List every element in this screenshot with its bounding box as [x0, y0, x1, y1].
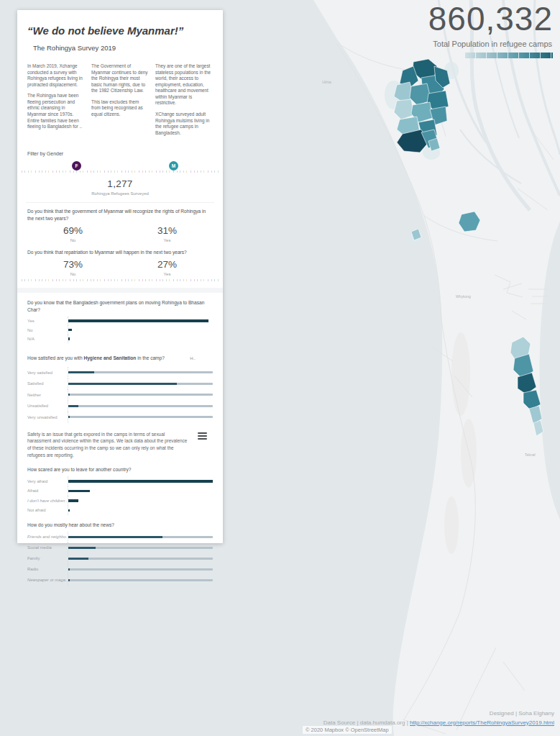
bar-track [68, 579, 213, 581]
bar-label: Satisfied [27, 381, 68, 386]
question-scared: How scared are you to leave for another … [27, 466, 213, 473]
bar-label: Yes [27, 319, 68, 323]
map-place-label: Ukhia [322, 80, 331, 84]
map-kpi-block: 860,332 Total Population in refugee camp… [428, 1, 553, 58]
bar[interactable] [68, 509, 70, 512]
dashboard-subtitle: The Rohingya Survey 2019 [33, 44, 214, 52]
bar[interactable] [68, 568, 70, 571]
satisfaction-chart: Very satisfied Satisfied Neither Unsatis… [27, 367, 213, 423]
female-filter-button[interactable]: F [72, 161, 81, 171]
bhasan-char-chart: Yes No N/A [27, 317, 213, 344]
bar[interactable] [68, 416, 70, 418]
question-satisfaction: How satisfied are you with Hygiene and S… [27, 355, 165, 362]
parameter-dropdown[interactable]: H.. [190, 356, 196, 360]
bar[interactable] [68, 337, 70, 340]
question-news: How do you mostly hear about the news? [27, 522, 213, 529]
bar[interactable] [68, 329, 72, 332]
repatriation-kpis: 73% No 27% Yes [26, 259, 214, 276]
bar[interactable] [68, 499, 78, 502]
kpi-value: 73% [26, 259, 120, 270]
map-attribution[interactable]: © 2020 Mapbox © OpenStreetMap [303, 726, 392, 734]
respondents-label: Rohingya Refugees Surveyed [26, 191, 214, 196]
bar[interactable] [68, 394, 70, 396]
kpi-label: Yes [120, 238, 214, 242]
gender-filter: F M [26, 161, 214, 176]
menu-icon[interactable] [198, 432, 207, 441]
intro-paragraph: The Rohingya have been fleeing persecuti… [27, 93, 85, 130]
map-place-label: Whykong [456, 294, 471, 299]
bar[interactable] [68, 558, 88, 560]
total-population-value: 860,332 [428, 1, 553, 37]
kpi-label: No [26, 238, 120, 242]
bar[interactable] [68, 579, 70, 581]
respondents-count: 1,277 [26, 178, 214, 189]
news-chart: Friends and neighbo.. Social media Famil… [27, 532, 213, 586]
bar-label: Unsatisfied [27, 404, 68, 408]
bar-label: Very unsatisfied [27, 415, 68, 419]
section-divider [17, 288, 223, 293]
male-filter-button[interactable]: M [169, 161, 178, 171]
bar-label: Friends and neighbo.. [27, 535, 68, 539]
jitter-strip-row [22, 278, 219, 282]
population-legend-title: Total Population in refugee camps [428, 40, 552, 48]
bar[interactable] [68, 371, 94, 373]
bar[interactable] [68, 405, 78, 407]
bar-label: Radio [27, 567, 68, 571]
scared-chart: Very afraid Afraid I don't have children… [27, 476, 213, 515]
bar[interactable] [68, 319, 208, 322]
question-recognize-rights: Do you think that the government of Myan… [27, 208, 213, 222]
bar-label: Very afraid [27, 479, 68, 483]
intro-paragraph: XChange surveyed adult Rohingya mulsims … [155, 112, 213, 136]
gender-jitter-strip[interactable] [22, 171, 219, 173]
bar-label: N/A [27, 337, 68, 341]
kpi-label: Yes [120, 272, 214, 276]
question-repatriation: Do you think that repatriation to Myanma… [27, 249, 213, 256]
bar[interactable] [68, 383, 177, 385]
intro-paragraph: In March 2019, Xchange conducted a surve… [27, 63, 85, 88]
map-place-label: Teknaf [525, 453, 536, 457]
intro-paragraph: This law excludes them from being recogn… [91, 99, 149, 118]
bar-label: No [27, 328, 68, 332]
bar-label: Neither [27, 393, 68, 397]
bar-label: I don't have children .. [27, 499, 68, 503]
dashboard-title: “We do not believe Myanmar!” [27, 24, 214, 37]
bar-track [68, 416, 213, 418]
kpi-value: 31% [120, 225, 214, 236]
bar-track [68, 394, 213, 396]
intro-text: In March 2019, Xchange conducted a surve… [27, 63, 213, 141]
bar-track [68, 405, 213, 407]
kpi-label: No [26, 272, 120, 276]
data-source-text: Data Source | data.humdata.org | [323, 719, 410, 726]
question-bhasan-char: Do you know that the Bangladesh governme… [27, 299, 213, 314]
recognize-rights-kpis: 69% No 31% Yes [26, 225, 214, 242]
bar-label: Newspaper or maga.. [27, 578, 68, 582]
bar-label: Social media [27, 545, 68, 550]
footer-credits: Designed | Soha Elghany Data Source | da… [323, 709, 554, 727]
bar[interactable] [68, 536, 162, 538]
intro-paragraph: The Government of Myanmar continues to d… [91, 63, 149, 94]
bar-track [68, 558, 213, 560]
bar-label: Not afraid [27, 508, 68, 512]
safety-note: Safety is an issue that gets expored in … [27, 431, 190, 458]
survey-jitter-strip[interactable] [22, 279, 219, 281]
bar[interactable] [68, 547, 96, 549]
designer-credit: Designed | Soha Elghany [323, 709, 554, 718]
bar-label: Family [27, 556, 68, 560]
survey-card: “We do not believe Myanmar!” The Rohingy… [17, 10, 223, 543]
gender-filter-label: Filter by Gender [27, 151, 213, 156]
source-link[interactable]: http://xchange.org/reports/TheRohingyaSu… [410, 719, 554, 726]
bar[interactable] [68, 480, 213, 483]
kpi-value: 27% [120, 259, 214, 270]
respondents-kpi: 1,277 Rohingya Refugees Surveyed [26, 178, 214, 203]
bar-label: Afraid [27, 489, 68, 493]
bar[interactable] [68, 490, 90, 493]
intro-paragraph: They are one of the largest stateless po… [155, 63, 213, 106]
kpi-value: 69% [26, 225, 120, 236]
bar-track [68, 568, 213, 571]
safety-note-block: Safety is an issue that gets expored in … [27, 431, 213, 458]
bar-label: Very satisfied [27, 371, 68, 375]
population-color-legend [465, 53, 553, 58]
